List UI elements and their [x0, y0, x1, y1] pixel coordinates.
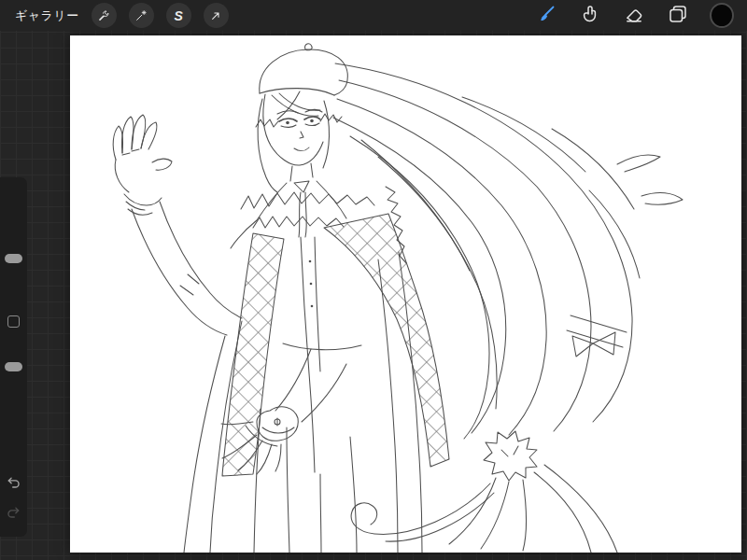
wrench-icon — [96, 8, 111, 23]
transform-button[interactable] — [204, 3, 229, 28]
undo-icon — [5, 473, 22, 494]
layers-button[interactable] — [666, 4, 690, 28]
smudge-tool-button[interactable] — [578, 4, 602, 28]
adjustments-button[interactable] — [129, 3, 154, 28]
drawing-canvas[interactable] — [70, 35, 741, 553]
color-swatch-button[interactable] — [710, 4, 734, 28]
current-color-swatch — [710, 3, 734, 28]
opacity-slider[interactable] — [5, 362, 22, 371]
eraser-icon — [623, 3, 645, 28]
modify-button[interactable] — [7, 315, 20, 328]
selection-button[interactable]: S — [166, 3, 191, 28]
eraser-tool-button[interactable] — [622, 4, 646, 28]
canvas-artwork — [70, 35, 741, 553]
undo-button[interactable] — [3, 472, 24, 494]
move-arrow-icon — [208, 8, 223, 23]
selection-s-icon: S — [175, 9, 183, 22]
gallery-button[interactable]: ギャラリー — [15, 7, 79, 24]
brush-size-slider[interactable] — [5, 254, 22, 263]
brush-sidebar — [0, 177, 27, 537]
brush-tool-button[interactable] — [534, 4, 558, 28]
redo-button[interactable] — [3, 502, 24, 524]
topbar: ギャラリー S — [0, 0, 747, 31]
magic-wand-icon — [134, 8, 148, 23]
redo-icon — [5, 503, 22, 524]
actions-button[interactable] — [92, 3, 117, 28]
smudge-icon — [579, 3, 601, 28]
topbar-left-group: ギャラリー S — [0, 3, 229, 28]
procreate-window: ギャラリー S — [0, 0, 747, 560]
topbar-right-group — [534, 4, 747, 28]
brush-icon — [535, 3, 557, 28]
layers-icon — [667, 3, 689, 28]
